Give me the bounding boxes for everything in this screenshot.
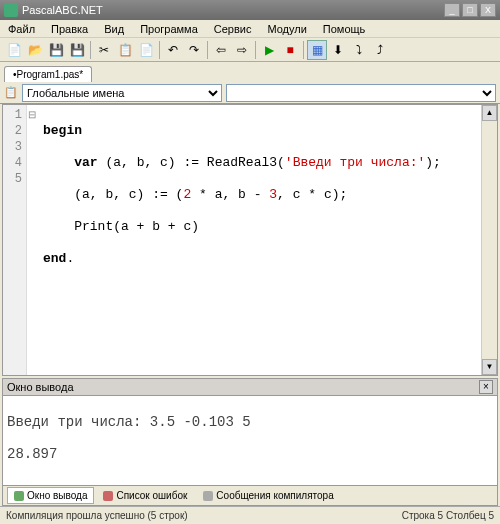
tab-icon xyxy=(14,491,24,501)
code-content[interactable]: begin var (a, b, c) := ReadReal3('Введи … xyxy=(27,105,481,375)
output-tab-label: Сообщения компилятора xyxy=(216,490,333,501)
window-buttons: _ □ X xyxy=(444,3,496,17)
menu-service[interactable]: Сервис xyxy=(210,22,256,36)
step-into-icon[interactable]: ⬇ xyxy=(328,40,348,60)
line-gutter: 1 2 3 4 5 xyxy=(3,105,27,375)
nav-back-icon[interactable]: ⇦ xyxy=(211,40,231,60)
close-button[interactable]: X xyxy=(480,3,496,17)
output-tab-label: Окно вывода xyxy=(27,490,87,501)
scope-select[interactable]: Глобальные имена xyxy=(22,84,222,102)
open-file-icon[interactable]: 📂 xyxy=(25,40,45,60)
nav-fwd-icon[interactable]: ⇨ xyxy=(232,40,252,60)
scope-bar: 📋 Глобальные имена xyxy=(0,82,500,104)
member-select[interactable] xyxy=(226,84,496,102)
scroll-down-icon[interactable]: ▼ xyxy=(482,359,497,375)
redo-icon[interactable]: ↷ xyxy=(184,40,204,60)
code-text: , c * c); xyxy=(277,187,347,202)
line-number: 4 xyxy=(3,155,22,171)
line-number: 5 xyxy=(3,171,22,187)
new-file-icon[interactable]: 📄 xyxy=(4,40,24,60)
cut-icon[interactable]: ✂ xyxy=(94,40,114,60)
keyword: begin xyxy=(43,123,82,138)
vertical-scrollbar[interactable]: ▲ ▼ xyxy=(481,105,497,375)
number-literal: 3 xyxy=(269,187,277,202)
save-all-icon[interactable]: 💾 xyxy=(67,40,87,60)
file-tab[interactable]: •Program1.pas* xyxy=(4,66,92,82)
toolbar-separator xyxy=(207,41,208,59)
tab-icon xyxy=(203,491,213,501)
tab-bar: •Program1.pas* xyxy=(0,62,500,82)
string-literal: 'Введи три числа:' xyxy=(285,155,425,170)
undo-icon[interactable]: ↶ xyxy=(163,40,183,60)
toolbar-separator xyxy=(159,41,160,59)
line-number: 1 xyxy=(3,107,22,123)
paste-icon[interactable]: 📄 xyxy=(136,40,156,60)
output-tab-output[interactable]: Окно вывода xyxy=(7,487,94,504)
output-tab-compiler[interactable]: Сообщения компилятора xyxy=(196,487,340,504)
line-number: 3 xyxy=(3,139,22,155)
toolbar: 📄 📂 💾 💾 ✂ 📋 📄 ↶ ↷ ⇦ ⇨ ▶ ■ ▦ ⬇ ⤵ ⤴ xyxy=(0,38,500,62)
line-number: 2 xyxy=(3,123,22,139)
run-icon[interactable]: ▶ xyxy=(259,40,279,60)
title-bar: PascalABC.NET _ □ X xyxy=(0,0,500,20)
toolbar-separator xyxy=(255,41,256,59)
toolbar-separator xyxy=(90,41,91,59)
window-title: PascalABC.NET xyxy=(22,4,444,16)
menu-edit[interactable]: Правка xyxy=(47,22,92,36)
keyword: end xyxy=(43,251,66,266)
minimize-button[interactable]: _ xyxy=(444,3,460,17)
scroll-up-icon[interactable]: ▲ xyxy=(482,105,497,121)
maximize-button[interactable]: □ xyxy=(462,3,478,17)
code-text: (a, b, c) := ReadReal3( xyxy=(98,155,285,170)
code-text: . xyxy=(66,251,74,266)
app-icon xyxy=(4,3,18,17)
tab-icon xyxy=(103,491,113,501)
menu-modules[interactable]: Модули xyxy=(263,22,310,36)
cursor-position: Строка 5 Столбец 5 xyxy=(402,510,494,521)
copy-icon[interactable]: 📋 xyxy=(115,40,135,60)
output-line: 28.897 xyxy=(7,446,493,462)
output-panel[interactable]: Введи три числа: 3.5 -0.103 5 28.897 xyxy=(2,396,498,486)
output-title: Окно вывода xyxy=(7,381,74,393)
code-text: * a, b - xyxy=(191,187,269,202)
output-tab-label: Список ошибок xyxy=(116,490,187,501)
toolbar-separator xyxy=(303,41,304,59)
output-close-button[interactable]: × xyxy=(479,380,493,394)
status-message: Компиляция прошла успешно (5 строк) xyxy=(6,510,188,521)
scroll-thumb[interactable] xyxy=(482,121,497,359)
menu-bar: Файл Правка Вид Программа Сервис Модули … xyxy=(0,20,500,38)
menu-view[interactable]: Вид xyxy=(100,22,128,36)
step-out-icon[interactable]: ⤴ xyxy=(370,40,390,60)
form-designer-icon[interactable]: ▦ xyxy=(307,40,327,60)
code-text: Print(a + b + c) xyxy=(43,219,199,234)
keyword: var xyxy=(74,155,97,170)
code-editor[interactable]: 1 2 3 4 5 ⊟ begin var (a, b, c) := ReadR… xyxy=(2,104,498,376)
code-text: (a, b, c) := ( xyxy=(43,187,183,202)
scope-icon: 📋 xyxy=(4,86,18,99)
step-over-icon[interactable]: ⤵ xyxy=(349,40,369,60)
menu-help[interactable]: Помощь xyxy=(319,22,370,36)
stop-icon[interactable]: ■ xyxy=(280,40,300,60)
output-tab-errors[interactable]: Список ошибок xyxy=(96,487,194,504)
output-line: Введи три числа: 3.5 -0.103 5 xyxy=(7,414,493,430)
output-header: Окно вывода × xyxy=(2,378,498,396)
menu-program[interactable]: Программа xyxy=(136,22,202,36)
menu-file[interactable]: Файл xyxy=(4,22,39,36)
save-icon[interactable]: 💾 xyxy=(46,40,66,60)
code-text: ); xyxy=(425,155,441,170)
output-tabs: Окно вывода Список ошибок Сообщения комп… xyxy=(2,486,498,506)
status-bar: Компиляция прошла успешно (5 строк) Стро… xyxy=(0,506,500,524)
